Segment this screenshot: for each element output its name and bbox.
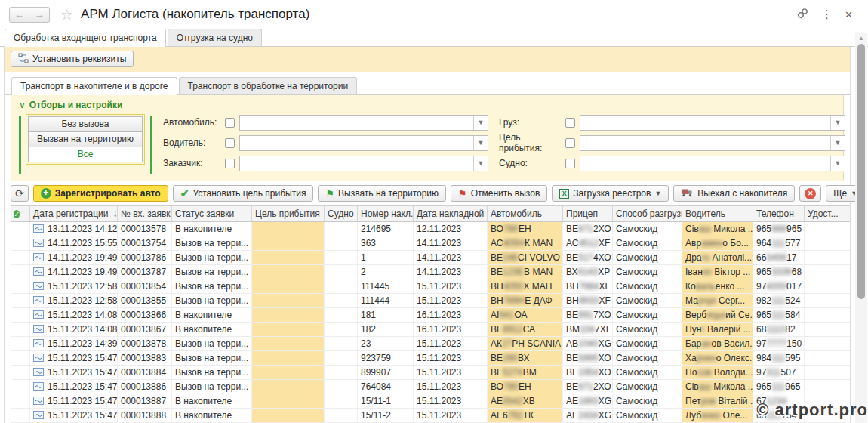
invoice-no-cell: 182 — [358, 323, 414, 336]
dropdown-arrow-icon[interactable]: ▼ — [830, 116, 845, 130]
reg-date-cell: 15.11.2023 12:58 — [30, 279, 118, 293]
dropdown-arrow-icon[interactable]: ▼ — [830, 136, 845, 150]
header-status[interactable]: Статус заявки — [172, 206, 252, 221]
row-select-cell[interactable] — [11, 222, 30, 236]
header-purpose[interactable]: Цель прибытия — [252, 206, 325, 221]
arrival-purpose-filter-checkbox[interactable] — [565, 138, 575, 148]
row-select-cell[interactable] — [11, 236, 30, 250]
phone-cell: 66345617 — [753, 251, 805, 264]
row-select-cell[interactable] — [11, 323, 30, 336]
tab-ship-loading[interactable]: Отгрузка на судно — [168, 29, 262, 46]
filter-all-button[interactable]: Все — [28, 147, 143, 162]
header-invoice-no[interactable]: Номер накл... — [358, 206, 414, 221]
subtab-in-storage[interactable]: Транспорт в накопителе и в дороге — [11, 77, 177, 95]
header-license[interactable]: Удост... — [805, 206, 850, 221]
driver-cell: Сіваш Микола ... — [682, 222, 753, 236]
link-icon[interactable] — [796, 7, 809, 22]
menu-kebab-icon[interactable]: ⋮ — [821, 9, 833, 20]
driver-filter-checkbox[interactable] — [225, 138, 235, 148]
header-select-column[interactable]: ✓ — [11, 206, 30, 221]
filters-section-toggle[interactable]: ∨Отборы и настройки — [19, 100, 836, 110]
register-auto-button[interactable]: + Зарегистрировать авто — [33, 185, 168, 202]
vehicle-filter-checkbox[interactable] — [225, 118, 235, 128]
row-select-cell[interactable] — [11, 294, 30, 307]
dropdown-arrow-icon[interactable]: ▼ — [830, 156, 845, 171]
driver-filter-combo[interactable]: ▼ — [239, 135, 488, 151]
row-select-cell[interactable] — [11, 251, 30, 264]
row-select-cell[interactable] — [11, 394, 30, 408]
table-row[interactable]: 15.11.2023 12:58 000013854 Вызов на терр… — [11, 279, 850, 294]
close-icon[interactable]: ✕ — [845, 9, 853, 20]
table-row[interactable]: 15.11.2023 15:47 000013886 Вызов на терр… — [11, 380, 850, 394]
tab-incoming-transport[interactable]: Обработка входящего транспорта — [5, 29, 166, 47]
table-row[interactable]: 15.11.2023 15:47 000013888 В накопителе … — [11, 409, 850, 423]
scrollbar-thumb[interactable] — [857, 44, 865, 299]
table-row[interactable]: 15.11.2023 14:39 000013878 Вызов на терр… — [11, 337, 850, 351]
cargo-filter-combo[interactable]: ▼ — [580, 115, 845, 131]
table-row[interactable]: 15.11.2023 15:47 000013884 Вызов на терр… — [11, 366, 850, 380]
back-button[interactable]: ← — [9, 7, 29, 23]
header-unload-method[interactable]: Способ разгрузки — [613, 206, 682, 221]
arrival-purpose-filter-combo[interactable]: ▼ — [580, 135, 845, 151]
set-purpose-button[interactable]: ✔ Установить цель прибытия — [173, 185, 314, 202]
table-row[interactable]: 14.11.2023 19:49 000013787 Вызов на терр… — [11, 265, 850, 279]
license-cell — [805, 236, 850, 250]
header-request-no[interactable]: № вх. заявки — [118, 206, 172, 221]
table-row[interactable]: 13.11.2023 14:12 000013578 В накопителе … — [11, 222, 850, 236]
table-row[interactable]: 15.11.2023 14:08 000013867 В накопителе … — [11, 323, 850, 337]
vehicle-cell: ВО780ЕН — [488, 380, 563, 394]
filter-called-button[interactable]: Вызван на территорию — [28, 131, 143, 147]
row-select-cell[interactable] — [11, 265, 30, 279]
scroll-up-icon[interactable]: ▲ — [855, 33, 867, 42]
document-icon — [33, 368, 44, 378]
header-reg-date[interactable]: Дата регистрации↓ — [30, 206, 118, 221]
invoice-date-cell: 14.11.2023 — [414, 265, 488, 279]
cargo-filter-checkbox[interactable] — [565, 118, 575, 128]
header-invoice-date[interactable]: Дата накладной — [414, 206, 488, 221]
table-row[interactable]: 15.11.2023 14:08 000013866 В накопителе … — [11, 308, 850, 323]
vessel-filter-combo[interactable]: ▼ — [580, 156, 845, 171]
purpose-cell — [252, 380, 325, 394]
row-select-cell[interactable] — [11, 409, 30, 422]
table-row[interactable]: 14.11.2023 19:49 000013786 Вызов на терр… — [11, 251, 850, 265]
favorite-star-icon[interactable]: ☆ — [60, 6, 73, 23]
table-row[interactable]: 14.11.2023 15:55 000013754 Вызов на терр… — [11, 236, 850, 251]
row-select-cell[interactable] — [11, 337, 30, 350]
header-trailer[interactable]: Прицеп — [563, 206, 613, 221]
header-driver[interactable]: Водитель — [682, 206, 753, 221]
row-select-cell[interactable] — [11, 308, 30, 322]
delete-cancel-button[interactable]: ✕ — [799, 185, 821, 202]
table-row[interactable]: 15.11.2023 15:47 000013887 В накопителе … — [11, 394, 850, 409]
customer-filter-checkbox[interactable] — [225, 159, 235, 168]
row-select-cell[interactable] — [11, 380, 30, 394]
dropdown-arrow-icon[interactable]: ▼ — [473, 156, 488, 171]
table-row[interactable]: 15.11.2023 15:47 000013883 Вызов на терр… — [11, 351, 850, 366]
refresh-button[interactable]: ⟳ — [11, 185, 29, 202]
call-to-territory-button[interactable]: ⚑ Вызвать на территорию — [318, 185, 446, 202]
sub-tab-bar: Транспорт в накопителе и в дороге Трансп… — [5, 72, 850, 95]
subtab-in-processing[interactable]: Транспорт в обработке на территории — [179, 77, 358, 94]
forward-button[interactable]: → — [29, 7, 50, 23]
header-phone[interactable]: Телефон — [753, 206, 805, 221]
row-select-cell[interactable] — [11, 279, 30, 293]
load-registries-button[interactable]: X Загрузка реестров ▼ — [552, 185, 669, 202]
customer-filter-combo[interactable]: ▼ — [239, 156, 488, 171]
call-status-filter-group: Без вызова Вызван на территорию Все — [19, 114, 152, 175]
vehicle-cell: АІ941ОА — [488, 308, 563, 322]
row-select-cell[interactable] — [11, 366, 30, 379]
vertical-scrollbar[interactable]: ▲ — [855, 33, 867, 423]
document-icon — [33, 310, 44, 321]
dropdown-arrow-icon[interactable]: ▼ — [473, 136, 488, 150]
filter-no-call-button[interactable]: Без вызова — [28, 116, 143, 132]
table-row[interactable]: 15.11.2023 12:58 000013855 Вызов на терр… — [11, 294, 850, 308]
set-requisites-button[interactable]: Установить реквизиты — [11, 51, 134, 67]
left-storage-button[interactable]: Выехал с накопителя — [673, 185, 795, 202]
cancel-call-button[interactable]: ⚑ Отменить вызов — [451, 185, 547, 202]
row-select-cell[interactable] — [11, 351, 30, 365]
vehicle-filter-combo[interactable]: ▼ — [239, 115, 488, 131]
header-vessel[interactable]: Судно — [325, 206, 358, 221]
vessel-filter-checkbox[interactable] — [565, 159, 575, 168]
header-vehicle[interactable]: Автомобиль — [488, 206, 563, 221]
table-toolbar: ⟳ + Зарегистрировать авто ✔ Установить ц… — [5, 181, 850, 205]
dropdown-arrow-icon[interactable]: ▼ — [473, 116, 488, 130]
